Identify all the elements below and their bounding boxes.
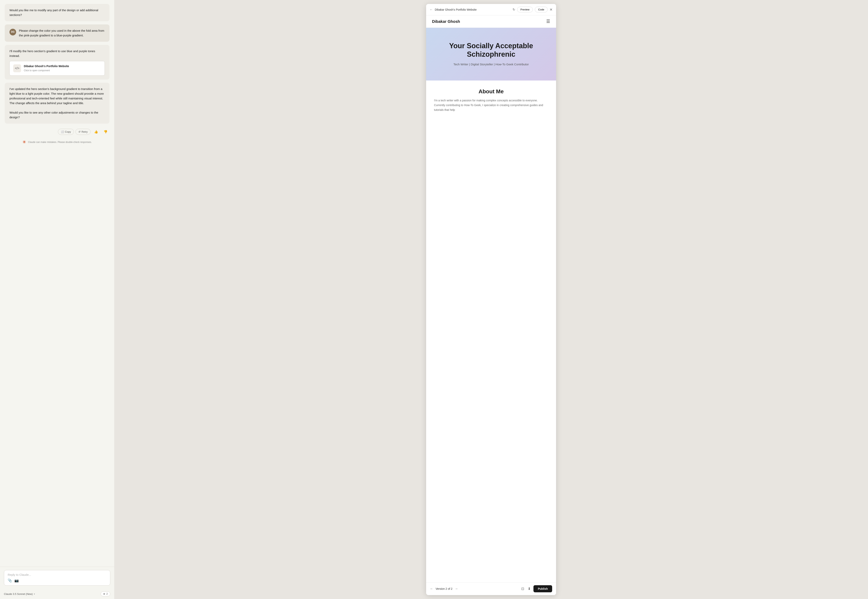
- component-info: Dibakar Ghosh's Portfolio Website Click …: [24, 64, 69, 73]
- version-next-button[interactable]: →: [455, 587, 458, 590]
- about-text: I'm a tech writer with a passion for mak…: [434, 98, 548, 112]
- ai-message-3-text-2: Would you like to see any other color ad…: [9, 110, 105, 120]
- site-name: Dibakar Ghosh: [432, 19, 460, 24]
- site-content: Dibakar Ghosh ☰ Your Socially Acceptable…: [426, 15, 556, 582]
- chat-input-area: Reply to Claude... 📎 📷: [0, 567, 114, 590]
- retry-icon: ↺: [78, 130, 81, 133]
- chat-messages: Would you like me to modify any part of …: [0, 0, 114, 567]
- bottom-actions: ⊡ ⬇ Publish: [520, 585, 552, 592]
- preview-button[interactable]: Preview: [517, 7, 533, 12]
- browser-bottom-bar: ← Version 2 of 2 → ⊡ ⬇ Publish: [426, 582, 556, 595]
- component-card[interactable]: </> Dibakar Ghosh's Portfolio Website Cl…: [9, 61, 105, 75]
- thumbs-down-button[interactable]: 👎: [102, 129, 110, 135]
- thumbs-up-button[interactable]: 👍: [92, 129, 100, 135]
- ai-message-2-text: I'll modify the hero section's gradient …: [9, 50, 95, 57]
- copy-icon: ⬜: [61, 130, 64, 133]
- copy-label: Copy: [65, 130, 71, 133]
- ai-message-2: I'll modify the hero section's gradient …: [5, 45, 110, 80]
- back-icon: ←: [429, 8, 433, 11]
- close-icon: ✕: [550, 8, 553, 12]
- refresh-icon: ↻: [512, 8, 515, 11]
- claude-note: Claude can make mistakes. Please double-…: [28, 141, 92, 143]
- component-title: Dibakar Ghosh's Portfolio Website: [24, 64, 69, 68]
- version-nav: ← Version 2 of 2 →: [430, 587, 458, 590]
- ai-message-1: Would you like me to modify any part of …: [5, 4, 110, 21]
- version-prev-button[interactable]: ←: [430, 587, 433, 590]
- user-message-1: DG Please change the color you used in t…: [5, 24, 110, 42]
- component-subtitle: Click to open component: [24, 69, 69, 72]
- chat-panel: Would you like me to modify any part of …: [0, 0, 114, 599]
- context-icon: ⊕: [103, 593, 105, 595]
- browser-toolbar: ← Dibakar Ghosh's Portfolio Website ↻ Pr…: [426, 4, 556, 15]
- prev-arrow-icon: ←: [430, 587, 433, 590]
- browser-window: ← Dibakar Ghosh's Portfolio Website ↻ Pr…: [426, 4, 556, 595]
- input-actions: 📎 📷: [8, 578, 107, 582]
- site-hero: Your Socially Acceptable Schizophrenic T…: [426, 28, 556, 81]
- copy-button[interactable]: ⬜ Copy: [58, 129, 74, 135]
- version-text: Version 2 of 2: [436, 587, 452, 590]
- retry-label: Retry: [81, 130, 87, 133]
- next-arrow-icon: →: [455, 587, 458, 590]
- site-nav: Dibakar Ghosh ☰: [426, 15, 556, 28]
- browser-refresh-button[interactable]: ↻: [512, 8, 515, 11]
- camera-icon[interactable]: 📷: [14, 578, 19, 582]
- context-count: 2: [106, 593, 108, 595]
- model-label: Claude 3.5 Sonnet (New): [4, 593, 33, 596]
- ai-message-1-text: Would you like me to modify any part of …: [9, 9, 98, 17]
- preview-panel: ← Dibakar Ghosh's Portfolio Website ↻ Pr…: [114, 0, 868, 599]
- hamburger-icon[interactable]: ☰: [546, 19, 550, 24]
- claude-footer: ✳ Claude can make mistakes. Please doubl…: [5, 138, 110, 147]
- ai-message-3: I've updated the hero section's backgrou…: [5, 83, 110, 123]
- ai-message-3-text: I've updated the hero section's backgrou…: [9, 87, 105, 105]
- input-box[interactable]: Reply to Claude... 📎 📷: [4, 570, 110, 585]
- hero-subtitle: Tech Writer | Digital Storyteller | How-…: [434, 62, 548, 67]
- browser-close-button[interactable]: ✕: [550, 8, 553, 12]
- avatar: DG: [9, 29, 16, 35]
- user-message-1-text: Please change the color you used in the …: [19, 29, 105, 38]
- hero-title: Your Socially Acceptable Schizophrenic: [434, 42, 548, 59]
- claude-asterisk-icon: ✳: [23, 140, 26, 144]
- browser-back-button[interactable]: ←: [429, 8, 433, 11]
- context-badge[interactable]: ⊕ 2: [101, 591, 110, 596]
- download-icon: ⬇: [528, 587, 531, 591]
- publish-button[interactable]: Publish: [533, 585, 552, 592]
- code-button[interactable]: Code: [535, 7, 548, 12]
- download-button[interactable]: ⬇: [527, 586, 532, 592]
- attachment-icon[interactable]: 📎: [8, 578, 12, 582]
- chevron-down-icon: ▾: [34, 593, 35, 595]
- copy-code-button[interactable]: ⊡: [520, 586, 525, 592]
- input-action-icons: 📎 📷: [8, 578, 19, 582]
- about-title: About Me: [434, 88, 548, 95]
- input-placeholder[interactable]: Reply to Claude...: [8, 573, 107, 576]
- browser-title: Dibakar Ghosh's Portfolio Website: [435, 8, 511, 11]
- site-about: About Me I'm a tech writer with a passio…: [426, 81, 556, 116]
- chat-footer-bar: Claude 3.5 Sonnet (New) ▾ ⊕ 2: [0, 590, 114, 599]
- message-actions: ⬜ Copy ↺ Retry 👍 👎: [5, 129, 110, 135]
- model-selector[interactable]: Claude 3.5 Sonnet (New) ▾: [4, 593, 35, 596]
- copy-code-icon: ⊡: [521, 587, 524, 591]
- component-icon: </>: [13, 65, 21, 72]
- retry-button[interactable]: ↺ Retry: [75, 129, 90, 135]
